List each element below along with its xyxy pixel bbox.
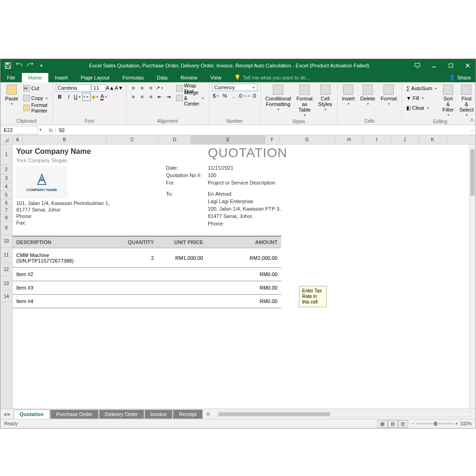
tab-review[interactable]: Review	[174, 73, 204, 82]
page-layout-view-icon[interactable]: ▤	[388, 420, 398, 428]
tab-home[interactable]: Home	[22, 73, 48, 82]
qat-customize-icon[interactable]: ▼	[37, 61, 46, 70]
delete-cells-button[interactable]: Delete▼	[358, 84, 377, 107]
decrease-decimal-icon[interactable]: ←.0	[247, 92, 256, 100]
align-center-icon[interactable]: ≡	[138, 93, 146, 101]
sheet-tab-quotation[interactable]: Quotation	[13, 410, 50, 419]
row-header-10[interactable]: 10	[0, 235, 12, 248]
col-header-A[interactable]: A	[13, 135, 23, 144]
spreadsheet-grid[interactable]: 1234567891011121314 ABCDEFGHIJK Your Com…	[0, 135, 476, 409]
increase-font-icon[interactable]: A▲	[106, 84, 114, 92]
tab-view[interactable]: View	[204, 73, 228, 82]
align-right-icon[interactable]: ≡	[147, 93, 155, 101]
row-header-4[interactable]: 4	[0, 183, 12, 191]
autosum-button[interactable]: ∑AutoSum▼	[405, 84, 439, 93]
tell-me-search[interactable]: 💡Tell me what you want to do...	[232, 73, 312, 82]
fill-button[interactable]: ▼Fill▼	[405, 93, 439, 103]
row-header-7[interactable]: 7	[0, 207, 12, 214]
sheet-tab-delivery-order[interactable]: Delivery Order	[99, 410, 144, 419]
bold-button[interactable]: B	[56, 93, 64, 101]
row-header-11[interactable]: 11	[0, 248, 12, 263]
percent-format-icon[interactable]: %	[221, 92, 229, 100]
clear-button[interactable]: ◧Clear▼	[405, 103, 439, 112]
tab-file[interactable]: File	[0, 73, 22, 82]
format-as-table-button[interactable]: Format as Table▼	[295, 84, 315, 118]
row-header-8[interactable]: 8	[0, 214, 12, 222]
col-header-B[interactable]: B	[23, 135, 106, 144]
col-header-E[interactable]: E	[191, 135, 265, 144]
format-painter-button[interactable]: Format Painter	[22, 103, 50, 112]
decrease-font-icon[interactable]: A▼	[115, 84, 123, 92]
font-color-button[interactable]: A▼	[100, 93, 108, 101]
sheet-tab-invoice[interactable]: Invoice	[145, 410, 173, 419]
col-header-F[interactable]: F	[265, 135, 279, 144]
zoom-in-button[interactable]: +	[456, 421, 458, 426]
undo-icon[interactable]	[14, 61, 24, 70]
align-top-icon[interactable]: ≡	[129, 84, 138, 92]
tab-data[interactable]: Data	[150, 73, 174, 82]
row-header-5[interactable]: 5	[0, 191, 12, 199]
orientation-icon[interactable]: ↗▼	[156, 84, 164, 92]
copy-button[interactable]: Copy▼	[22, 93, 50, 103]
tab-insert[interactable]: Insert	[48, 73, 74, 82]
normal-view-icon[interactable]: ▦	[377, 420, 388, 428]
paste-button[interactable]: Paste▼	[3, 84, 20, 107]
ribbon-options-icon[interactable]	[410, 60, 425, 71]
cut-button[interactable]: ✂Cut	[22, 84, 50, 93]
align-left-icon[interactable]: ≡	[129, 93, 138, 101]
find-select-button[interactable]: Find & Select▼	[457, 84, 476, 118]
close-icon[interactable]	[460, 60, 476, 71]
hscroll-thumb[interactable]	[218, 412, 330, 416]
col-header-J[interactable]: J	[391, 135, 419, 144]
fx-icon[interactable]: fx	[46, 127, 56, 133]
col-header-H[interactable]: H	[335, 135, 363, 144]
underline-button[interactable]: U▼	[73, 93, 82, 101]
tab-formulas[interactable]: Formulas	[116, 73, 150, 82]
redo-icon[interactable]	[26, 61, 35, 70]
row-header-14[interactable]: 14	[0, 291, 12, 303]
expand-formula-icon[interactable]: ⌄	[469, 128, 476, 132]
scroll-thumb[interactable]	[470, 149, 475, 196]
decrease-indent-icon[interactable]: ⇤	[156, 93, 164, 101]
col-header-D[interactable]: D	[159, 135, 191, 144]
border-button[interactable]: ▫▼	[82, 93, 91, 101]
page-break-view-icon[interactable]: ▥	[398, 420, 408, 428]
sheet-tab-receipt[interactable]: Receipt	[173, 410, 202, 419]
row-header-3[interactable]: 3	[0, 174, 12, 183]
name-box[interactable]: E22	[1, 126, 38, 134]
number-format-select[interactable]: Currency▼	[212, 84, 258, 91]
minimize-icon[interactable]	[426, 60, 442, 71]
col-header-I[interactable]: I	[363, 135, 391, 144]
vertical-scrollbar[interactable]	[469, 145, 476, 409]
new-sheet-button[interactable]: ⊕	[203, 411, 213, 417]
row-header-9[interactable]: 9	[0, 222, 12, 235]
row-header-6[interactable]: 6	[0, 199, 12, 207]
comma-format-icon[interactable]: ,	[230, 92, 238, 100]
insert-cells-button[interactable]: Insert▼	[340, 84, 357, 107]
format-cells-button[interactable]: Format▼	[379, 84, 399, 107]
align-bottom-icon[interactable]: ≡	[147, 84, 155, 92]
maximize-icon[interactable]	[443, 60, 459, 71]
col-header-G[interactable]: G	[279, 135, 335, 144]
save-icon[interactable]	[3, 61, 13, 70]
zoom-out-button[interactable]: −	[412, 421, 415, 426]
sheet-tab-purchase-order[interactable]: Purchase Order	[50, 410, 99, 419]
font-size-select[interactable]: 11	[92, 84, 106, 92]
sheet-nav[interactable]: ◀▶	[0, 412, 13, 416]
increase-indent-icon[interactable]: ⇥	[165, 93, 173, 101]
tab-page-layout[interactable]: Page Layout	[74, 73, 116, 82]
row-header-13[interactable]: 13	[0, 277, 12, 291]
conditional-formatting-button[interactable]: Conditional Formatting▼	[264, 84, 293, 112]
align-middle-icon[interactable]: ≡	[138, 84, 146, 92]
col-header-K[interactable]: K	[419, 135, 447, 144]
accounting-format-icon[interactable]: $▼	[212, 92, 220, 100]
formula-input[interactable]: 50	[56, 126, 469, 134]
cell-styles-button[interactable]: Cell Styles▼	[317, 84, 334, 112]
collapse-ribbon-icon[interactable]: ᐱ	[470, 118, 474, 123]
row-header-1[interactable]: 1	[0, 145, 12, 165]
fill-color-button[interactable]: ◆▼	[91, 93, 99, 101]
font-name-select[interactable]: Cambria	[56, 84, 91, 92]
sort-filter-button[interactable]: Sort & Filter▼	[441, 84, 456, 118]
row-header-12[interactable]: 12	[0, 263, 12, 277]
zoom-slider[interactable]	[416, 423, 454, 424]
